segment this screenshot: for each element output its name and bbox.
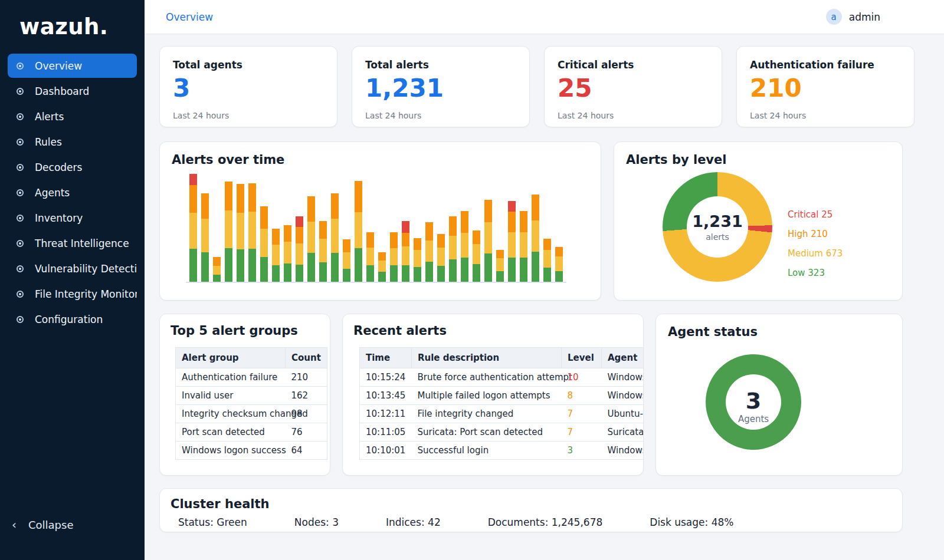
alerts-total: 1,231 [692, 212, 742, 230]
sidebar-item-decoders[interactable]: Decoders [8, 155, 137, 179]
sidebar-item-rules[interactable]: Rules [8, 130, 137, 154]
time-cell: 10:12:11 [360, 405, 412, 423]
bar-segment-medium [484, 222, 492, 253]
alerts-over-time-title: Alerts over time [172, 153, 589, 167]
sidebar-item-agents[interactable]: Agents [8, 180, 137, 205]
bar-segment-low [390, 265, 398, 282]
stat-period: Last 24 hours [173, 111, 324, 120]
bar-segment-low [449, 259, 457, 282]
level-cell: 7 [562, 423, 602, 442]
bottom-row: Top 5 alert groups Alert group Count Aut… [159, 314, 903, 476]
charts-row: Alerts over time Alerts by level 1,231 a… [159, 141, 903, 301]
sidebar-item-file-integrity-monitoring[interactable]: File Integrity Monitoring [8, 282, 137, 306]
bar-segment-medium [296, 243, 303, 265]
bar-segment-high [425, 222, 433, 241]
alerts-by-level-title: Alerts by level [626, 153, 890, 167]
sidebar-item-label: Configuration [35, 314, 103, 325]
sidebar-item-inventory[interactable]: Inventory [8, 206, 137, 230]
topbar: Overview a admin [145, 0, 944, 34]
alerts-level-legend: Critical 25High 210Medium 673Low 323 [788, 209, 843, 282]
bar-segment-low [296, 265, 303, 282]
bullet-icon [17, 62, 24, 70]
chevron-left-icon: ‹ [12, 518, 17, 532]
bar-segment-medium [355, 212, 362, 248]
alert-bar [248, 183, 256, 282]
cluster-stat: Documents: 1,245,678 [488, 516, 603, 528]
bar-segment-high [520, 211, 527, 232]
bar-segment-low [307, 253, 315, 282]
alert-bar [390, 232, 398, 282]
alert-group-cell: Authentication failure [176, 368, 286, 387]
bar-segment-low [520, 258, 527, 282]
rule-cell: Successful login [412, 442, 562, 460]
bar-segment-medium [248, 212, 256, 249]
agent-cell: Windows-10 [602, 368, 644, 387]
table-row: Authentication failure210 [176, 368, 327, 387]
user-menu[interactable]: a admin [826, 9, 880, 25]
bullet-icon [17, 88, 24, 95]
bar-segment-medium [543, 250, 551, 268]
alert-bar [520, 211, 527, 282]
sidebar-item-label: Inventory [35, 212, 83, 224]
sidebar-item-overview[interactable]: Overview [8, 54, 137, 78]
bar-segment-medium [225, 210, 232, 248]
sidebar-item-configuration[interactable]: Configuration [8, 307, 137, 331]
breadcrumb[interactable]: Overview [166, 11, 213, 23]
bar-segment-medium [425, 241, 433, 262]
agent-status-card: Agent status 3 Agents [655, 314, 903, 476]
alert-bar [461, 211, 468, 282]
bullet-icon [17, 316, 24, 323]
stat-cards-row: Total agents3Last 24 hoursTotal alerts1,… [159, 46, 914, 127]
bar-segment-low [355, 248, 362, 282]
top-alert-groups-card: Top 5 alert groups Alert group Count Aut… [159, 314, 330, 476]
alert-bar [237, 184, 244, 282]
bar-segment-high [343, 239, 350, 252]
bar-segment-medium [461, 233, 468, 258]
sidebar-collapse-button[interactable]: ‹ Collapse [12, 518, 74, 532]
cluster-stat: Status: Green [178, 516, 247, 528]
bar-segment-low [532, 252, 539, 282]
bullet-icon [17, 164, 24, 171]
alert-group-cell: Integrity checksum changed [176, 405, 286, 423]
bar-segment-high [189, 185, 197, 213]
sidebar-item-label: Overview [35, 60, 82, 72]
bar-segment-medium [366, 248, 374, 265]
cluster-health-stats: Status: GreenNodes: 3Indices: 42Document… [178, 516, 891, 528]
agent-status-center: 3 Agents [726, 374, 781, 430]
alert-bar [414, 238, 421, 282]
bar-segment-medium [260, 229, 268, 257]
alert-bar [449, 216, 457, 282]
alert-bar [496, 250, 504, 282]
sidebar-item-threat-intelligence[interactable]: Threat Intelligence [8, 231, 137, 255]
time-cell: 10:15:24 [360, 368, 412, 387]
bar-segment-low [237, 249, 244, 282]
bullet-icon [17, 139, 24, 146]
column-header-time: Time [360, 348, 412, 368]
sidebar-item-alerts[interactable]: Alerts [8, 104, 137, 129]
bar-segment-high [296, 227, 303, 243]
cluster-stat: Disk usage: 48% [650, 516, 733, 528]
stat-value: 3 [173, 76, 324, 101]
alert-bar [473, 230, 480, 282]
sidebar-nav: OverviewDashboardAlertsRulesDecodersAgen… [0, 54, 145, 332]
bar-segment-high [473, 230, 480, 244]
sidebar-item-label: Alerts [35, 111, 64, 123]
agent-count: 3 [746, 388, 761, 414]
sidebar-item-dashboard[interactable]: Dashboard [8, 79, 137, 103]
bar-segment-medium [272, 245, 280, 265]
count-cell: 76 [286, 423, 327, 442]
legend-item-medium: Medium 673 [788, 248, 843, 259]
bar-segment-low [414, 267, 421, 282]
bullet-icon [17, 240, 24, 247]
rule-cell: Multiple failed logon attempts [412, 387, 562, 405]
level-cell: 7 [562, 405, 602, 423]
bar-segment-high [213, 257, 221, 266]
alert-bar [331, 193, 339, 282]
recent-alerts-card: Recent alerts Time Rule description Leve… [342, 314, 644, 476]
bar-segment-high [449, 216, 457, 236]
alerts-donut-center: 1,231 alerts [687, 196, 748, 258]
bar-segment-high [461, 211, 468, 233]
alert-bar [201, 193, 209, 282]
table-row: Port scan detected76 [176, 423, 327, 442]
sidebar-item-vulnerability-detection[interactable]: Vulnerability Detection [8, 256, 137, 281]
